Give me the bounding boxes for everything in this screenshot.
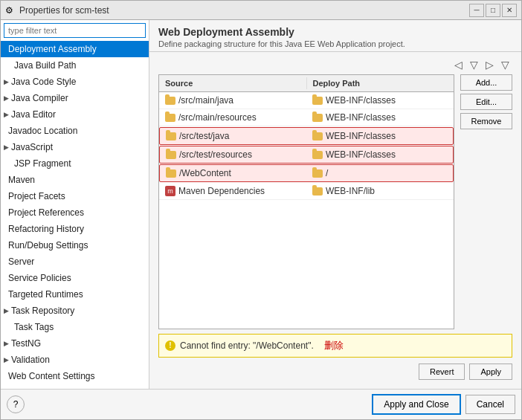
- edit-button[interactable]: Edit...: [460, 94, 512, 110]
- sidebar-item-label-run-debug-settings: Run/Debug Settings: [8, 239, 88, 252]
- expand-arrow-javascript: ▶: [4, 140, 9, 154]
- help-button[interactable]: ?: [7, 395, 25, 413]
- sidebar-item-label-web-content-settings: Web Content Settings: [8, 369, 95, 383]
- sidebar-item-label-java-build-path: Java Build Path: [14, 59, 76, 72]
- source-value: /src/main/resources: [178, 112, 257, 123]
- deploy-folder-icon: [312, 114, 323, 122]
- source-cell: /src/main/resources: [159, 111, 306, 124]
- expand-arrow-java-code-style: ▶: [4, 75, 9, 88]
- folder-icon: [165, 97, 175, 105]
- apply-and-close-button[interactable]: Apply and Close: [372, 394, 460, 415]
- sidebar-item-javadoc-location[interactable]: Javadoc Location: [1, 123, 149, 139]
- deploy-folder-icon: [312, 151, 323, 159]
- source-cell: /src/main/java: [159, 94, 306, 107]
- add-button[interactable]: Add...: [460, 74, 512, 91]
- nav-back-button[interactable]: ◁: [451, 58, 465, 71]
- nav-menu-button[interactable]: ▽: [498, 58, 512, 71]
- nav-forward-button[interactable]: ▷: [483, 58, 497, 71]
- dialog-title: Properties for scm-test: [19, 5, 469, 16]
- sidebar-item-label-project-references: Project References: [8, 206, 84, 219]
- revert-button[interactable]: Revert: [419, 364, 465, 380]
- sidebar-item-jsp-fragment[interactable]: JSP Fragment: [1, 155, 149, 172]
- sidebar-item-refactoring-history[interactable]: Refactoring History: [1, 221, 149, 237]
- sidebar-item-java-code-style[interactable]: ▶Java Code Style: [1, 74, 149, 90]
- sidebar-item-label-project-facets: Project Facets: [8, 190, 65, 203]
- remove-button[interactable]: Remove: [460, 113, 512, 129]
- table-container: Source Deploy Path /src/main/javaWEB-INF…: [158, 74, 512, 329]
- close-button[interactable]: ✕: [502, 4, 517, 17]
- sidebar-item-java-editor[interactable]: ▶Java Editor: [1, 106, 149, 123]
- deploy-path-value: /: [326, 168, 328, 178]
- folder-icon: [166, 169, 176, 178]
- deploy-folder-icon: [312, 187, 323, 196]
- content-title: Web Deployment Assembly: [158, 26, 512, 38]
- nav-down-button[interactable]: ▽: [467, 58, 481, 71]
- table-row[interactable]: /src/main/resourcesWEB-INF/classes: [159, 109, 454, 126]
- apply-button[interactable]: Apply: [469, 364, 512, 380]
- expand-arrow-validation: ▶: [4, 353, 9, 366]
- sidebar-item-web-content-settings[interactable]: Web Content Settings: [1, 368, 149, 384]
- deploy-folder-icon: [312, 97, 323, 105]
- sidebar-item-label-task-repository: Task Repository: [11, 304, 74, 317]
- sidebar-item-server[interactable]: Server: [1, 253, 149, 270]
- table-row[interactable]: /WebContent/: [159, 164, 454, 182]
- sidebar-item-task-repository[interactable]: ▶Task Repository: [1, 303, 149, 319]
- deploy-path-cell: WEB-INF/classes: [306, 94, 454, 107]
- sidebar-item-label-server: Server: [8, 255, 34, 268]
- table-header: Source Deploy Path: [159, 75, 454, 92]
- sidebar-item-label-refactoring-history: Refactoring History: [8, 222, 84, 236]
- table-row[interactable]: /src/main/javaWEB-INF/classes: [159, 92, 454, 109]
- deploy-path-value: WEB-INF/classes: [326, 131, 396, 141]
- cancel-button[interactable]: Cancel: [465, 395, 515, 414]
- sidebar-item-javascript[interactable]: ▶JavaScript: [1, 139, 149, 155]
- content-body: ◁ ▽ ▷ ▽ Source Deploy Path /src/main/jav…: [149, 52, 521, 389]
- deploy-path-value: WEB-INF/classes: [326, 95, 396, 106]
- source-column-header: Source: [159, 77, 307, 89]
- sidebar-item-label-maven: Maven: [8, 173, 35, 187]
- sidebar-item-label-testng: TestNG: [11, 337, 41, 350]
- delete-label: 删除: [324, 339, 344, 352]
- sidebar-item-targeted-runtimes[interactable]: Targeted Runtimes: [1, 286, 149, 303]
- content-description: Define packaging structure for this Java…: [158, 39, 512, 48]
- sidebar-item-label-java-editor: Java Editor: [11, 108, 56, 121]
- table-row[interactable]: /src/test/javaWEB-INF/classes: [159, 127, 454, 145]
- window-controls: ─ □ ✕: [469, 4, 517, 17]
- deploy-path-cell: WEB-INF/classes: [306, 129, 453, 143]
- maximize-button[interactable]: □: [486, 4, 500, 17]
- sidebar-item-project-references[interactable]: Project References: [1, 204, 149, 221]
- folder-icon: [166, 151, 176, 159]
- sidebar-item-java-build-path[interactable]: Java Build Path: [1, 57, 149, 74]
- table-body: /src/main/javaWEB-INF/classes/src/main/r…: [159, 92, 454, 329]
- sidebar-item-testng[interactable]: ▶TestNG: [1, 335, 149, 352]
- sidebar-item-project-facets[interactable]: Project Facets: [1, 188, 149, 204]
- sidebar-item-label-java-compiler: Java Compiler: [11, 91, 68, 105]
- sidebar-item-task-tags[interactable]: Task Tags: [1, 319, 149, 335]
- source-value: /src/test/java: [179, 131, 229, 141]
- content-area: Web Deployment Assembly Define packaging…: [149, 20, 521, 389]
- deploy-path-cell: WEB-INF/classes: [306, 111, 454, 124]
- deploy-path-value: WEB-INF/classes: [326, 149, 396, 160]
- sidebar-item-service-policies[interactable]: Service Policies: [1, 270, 149, 286]
- deployment-table: Source Deploy Path /src/main/javaWEB-INF…: [158, 74, 454, 329]
- sidebar-item-java-compiler[interactable]: ▶Java Compiler: [1, 90, 149, 106]
- source-cell: mMaven Dependencies: [159, 184, 306, 198]
- table-row[interactable]: /src/test/resourcesWEB-INF/classes: [159, 146, 454, 164]
- deploy-path-cell: WEB-INF/lib: [306, 184, 454, 198]
- sidebar-item-maven[interactable]: Maven: [1, 172, 149, 188]
- deploy-path-column-header: Deploy Path: [307, 77, 454, 89]
- source-value: /src/main/java: [178, 95, 233, 106]
- sidebar-item-run-debug-settings[interactable]: Run/Debug Settings: [1, 237, 149, 253]
- sidebar-item-deployment-assembly[interactable]: Deployment Assembly: [1, 41, 149, 57]
- folder-icon: [166, 132, 176, 140]
- sidebar-item-label-service-policies: Service Policies: [8, 271, 71, 285]
- table-row[interactable]: mMaven DependenciesWEB-INF/lib: [159, 183, 454, 200]
- bottom-bar: ? Apply and Close Cancel: [1, 389, 521, 419]
- minimize-button[interactable]: ─: [469, 4, 484, 17]
- source-value: /src/test/resources: [179, 149, 252, 160]
- sidebar-item-label-targeted-runtimes: Targeted Runtimes: [8, 288, 83, 301]
- search-input[interactable]: [4, 23, 146, 38]
- sidebar-item-label-javadoc-location: Javadoc Location: [8, 124, 77, 138]
- sidebar-item-validation[interactable]: ▶Validation: [1, 352, 149, 368]
- content-header: Web Deployment Assembly Define packaging…: [149, 20, 521, 52]
- sidebar-items: Deployment AssemblyJava Build Path▶Java …: [1, 41, 149, 389]
